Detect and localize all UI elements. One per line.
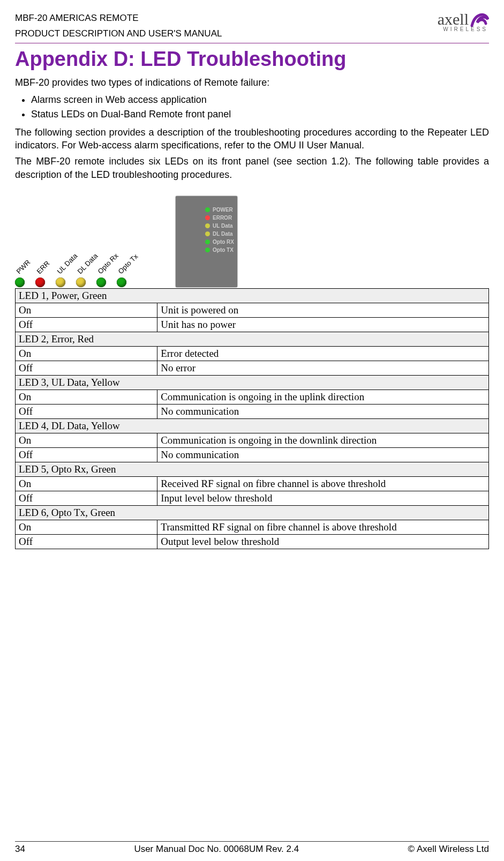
photo-led-row: UL Data xyxy=(205,223,234,229)
intro-text: MBF-20 provides two types of indications… xyxy=(15,76,489,89)
led-label: Opto Tx xyxy=(116,252,139,275)
photo-led-dot-icon xyxy=(205,223,210,228)
table-row: OffNo communication xyxy=(16,447,489,462)
table-desc-cell: Communication is ongoing in the downlink… xyxy=(157,433,489,447)
table-state-cell: Off xyxy=(16,404,157,418)
table-section-cell: LED 2, Error, Red xyxy=(16,332,489,346)
photo-led-label: ERROR xyxy=(213,215,232,221)
table-section-cell: LED 5, Opto Rx, Green xyxy=(16,462,489,476)
photo-led-label: Opto RX xyxy=(213,239,234,245)
footer-separator xyxy=(15,841,489,842)
table-state-cell: Off xyxy=(16,534,157,549)
photo-led-row: Opto RX xyxy=(205,239,234,245)
table-section-cell: LED 3, UL Data, Yellow xyxy=(16,375,489,390)
table-row: OffOutput level below threshold xyxy=(16,534,489,549)
table-state-cell: On xyxy=(16,520,157,534)
photo-led-dot-icon xyxy=(205,239,210,244)
table-desc-cell: Received RF signal on fibre channel is a… xyxy=(157,476,489,491)
table-row: LED 6, Opto Tx, Green xyxy=(16,505,489,520)
photo-led-dot-icon xyxy=(205,207,210,212)
front-panel-photo: POWERERRORUL DataDL DataOpto RXOpto TX xyxy=(176,196,237,287)
led-label: DL Data xyxy=(76,252,99,275)
table-section-cell: LED 4, DL Data, Yellow xyxy=(16,418,489,433)
paragraph-2: The MBF-20 remote includes six LEDs on i… xyxy=(15,155,489,181)
led-label: UL Data xyxy=(55,252,79,275)
led-dot-icon xyxy=(117,278,126,287)
table-state-cell: On xyxy=(16,476,157,491)
photo-led-row: ERROR xyxy=(205,215,234,221)
header-line2: PRODUCT DESCRIPTION AND USER'S MANUAL xyxy=(15,26,222,41)
photo-led-label: DL Data xyxy=(213,231,233,237)
table-desc-cell: Communication is ongoing in the uplink d… xyxy=(157,390,489,404)
brand-logo: axell WIRELESS xyxy=(438,11,489,32)
logo-text: axell xyxy=(438,11,469,27)
led-dot-icon xyxy=(56,278,65,287)
table-row: OffUnit has no power xyxy=(16,317,489,332)
table-state-cell: On xyxy=(16,303,157,317)
photo-led-row: Opto TX xyxy=(205,247,234,253)
table-row: LED 2, Error, Red xyxy=(16,332,489,346)
photo-led-label: UL Data xyxy=(213,223,233,229)
photo-led-label: POWER xyxy=(213,207,233,213)
logo-subtext: WIRELESS xyxy=(443,27,488,32)
table-row: OnError detected xyxy=(16,346,489,361)
table-row: OffNo error xyxy=(16,361,489,375)
led-diagram: PWRERRUL DataDL DataOpto RxOpto Tx xyxy=(15,196,160,287)
led-label: ERR xyxy=(35,259,51,275)
footer-page-number: 34 xyxy=(15,844,25,855)
header-separator xyxy=(15,43,489,43)
table-state-cell: Off xyxy=(16,361,157,375)
table-row: OnCommunication is ongoing in the downli… xyxy=(16,433,489,447)
photo-led-row: DL Data xyxy=(205,231,234,237)
table-row: OffInput level below threshold xyxy=(16,491,489,505)
table-state-cell: On xyxy=(16,390,157,404)
table-row: OnCommunication is ongoing in the uplink… xyxy=(16,390,489,404)
photo-led-dot-icon xyxy=(205,231,210,236)
led-dot-icon xyxy=(35,278,45,287)
table-state-cell: Off xyxy=(16,317,157,332)
table-desc-cell: Transmitted RF signal on fibre channel i… xyxy=(157,520,489,534)
led-dot-icon xyxy=(96,278,106,287)
table-row: OffNo communication xyxy=(16,404,489,418)
led-label: PWR xyxy=(14,258,32,275)
header-line1: MBF-20 AMERICAS REMOTE xyxy=(15,11,222,25)
table-desc-cell: Input level below threshold xyxy=(157,491,489,505)
bullet-list: Alarms screen in Web access application … xyxy=(15,93,489,122)
led-dot-icon xyxy=(76,278,86,287)
table-desc-cell: Unit is powered on xyxy=(157,303,489,317)
paragraph-1: The following section provides a descrip… xyxy=(15,126,489,152)
table-desc-cell: No communication xyxy=(157,404,489,418)
led-troubleshooting-table: LED 1, Power, GreenOnUnit is powered onO… xyxy=(15,288,489,549)
table-row: LED 5, Opto Rx, Green xyxy=(16,462,489,476)
table-desc-cell: Unit has no power xyxy=(157,317,489,332)
table-section-cell: LED 1, Power, Green xyxy=(16,288,489,303)
table-row: LED 1, Power, Green xyxy=(16,288,489,303)
table-desc-cell: No error xyxy=(157,361,489,375)
table-state-cell: Off xyxy=(16,491,157,505)
page-title: Appendix D: LED Troubleshooting xyxy=(15,48,489,71)
logo-swirl-icon xyxy=(470,11,489,28)
table-state-cell: On xyxy=(16,346,157,361)
led-dot-icon xyxy=(15,278,25,287)
photo-led-label: Opto TX xyxy=(213,247,234,253)
table-desc-cell: No communication xyxy=(157,447,489,462)
footer-doc-info: User Manual Doc No. 00068UM Rev. 2.4 xyxy=(134,844,299,855)
table-state-cell: Off xyxy=(16,447,157,462)
table-desc-cell: Error detected xyxy=(157,346,489,361)
table-row: LED 4, DL Data, Yellow xyxy=(16,418,489,433)
table-row: OnTransmitted RF signal on fibre channel… xyxy=(16,520,489,534)
table-row: LED 3, UL Data, Yellow xyxy=(16,375,489,390)
photo-led-dot-icon xyxy=(205,248,210,252)
photo-led-row: POWER xyxy=(205,207,234,213)
photo-led-dot-icon xyxy=(205,215,210,220)
led-label: Opto Rx xyxy=(96,252,119,275)
table-desc-cell: Output level below threshold xyxy=(157,534,489,549)
bullet-item: Status LEDs on Dual-Band Remote front pa… xyxy=(31,107,489,122)
footer-copyright: © Axell Wireless Ltd xyxy=(408,844,489,855)
table-row: OnReceived RF signal on fibre channel is… xyxy=(16,476,489,491)
table-row: OnUnit is powered on xyxy=(16,303,489,317)
table-section-cell: LED 6, Opto Tx, Green xyxy=(16,505,489,520)
bullet-item: Alarms screen in Web access application xyxy=(31,93,489,107)
table-state-cell: On xyxy=(16,433,157,447)
